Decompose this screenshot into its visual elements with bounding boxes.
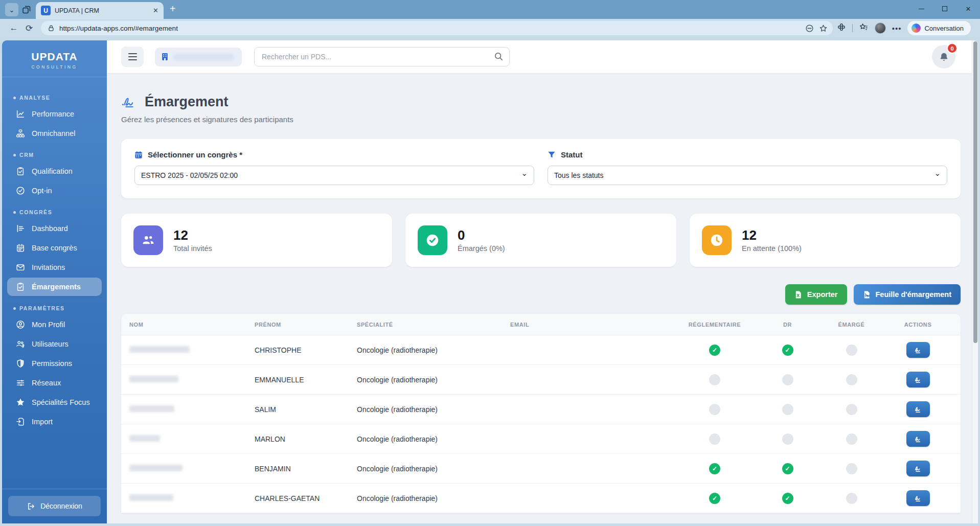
back-icon[interactable]: ← xyxy=(6,23,21,33)
calendar-icon xyxy=(16,243,25,253)
sidebar-item-qualification[interactable]: Qualification xyxy=(7,162,102,180)
sidebar-item-omnichannel[interactable]: CRMOmnichannel xyxy=(7,124,102,143)
prenom-cell: MARLON xyxy=(255,435,357,443)
close-button[interactable]: ✕ xyxy=(956,0,980,17)
sign-action-button[interactable] xyxy=(906,461,930,476)
collections-icon[interactable] xyxy=(859,22,869,34)
sign-action-button[interactable] xyxy=(906,490,930,506)
tab-search-button[interactable]: ⌄ xyxy=(5,3,18,16)
file-excel-icon xyxy=(794,290,802,299)
attendance-sheet-button[interactable]: PDF Feuille d'émargement xyxy=(854,284,961,305)
reglementaire-status-dot xyxy=(709,374,720,385)
maximize-button[interactable] xyxy=(933,0,956,17)
envelope-icon xyxy=(16,263,25,272)
reglementaire-status-dot xyxy=(709,404,720,415)
client-name-blurred xyxy=(173,54,234,60)
profile-avatar[interactable] xyxy=(875,22,886,34)
stat-emarges: 0Émargés (0%) xyxy=(405,214,676,267)
table-row: SALIM Oncologie (radiotherapie) xyxy=(121,395,961,424)
browser-essentials-icon[interactable] xyxy=(837,22,846,34)
new-tab-button[interactable]: + xyxy=(170,3,176,15)
browser-tab[interactable]: U UPDATA | CRM ✕ xyxy=(36,2,164,19)
signature-icon xyxy=(914,375,923,384)
sign-action-button[interactable] xyxy=(906,372,930,387)
search-input[interactable] xyxy=(254,47,510,66)
sidebar-item-utilisateurs[interactable]: Utilisateurs xyxy=(7,335,102,353)
sidebar-item-invitations[interactable]: Invitations xyxy=(7,258,102,277)
menu-toggle-button[interactable] xyxy=(121,47,144,67)
emarge-status-dot xyxy=(846,374,857,385)
sidebar-item-base-congres[interactable]: Base congrès xyxy=(7,239,102,257)
sidebar-item-emargements[interactable]: Émargements xyxy=(7,278,102,296)
clock-icon xyxy=(702,225,732,255)
favorite-star-icon[interactable] xyxy=(819,24,828,33)
specialite-cell: Oncologie (radiotherapie) xyxy=(357,494,510,502)
calendar-blue-icon xyxy=(134,151,143,159)
table-header: NOM PRÉNOM SPÉCIALITÉ EMAIL RÉGLEMENTAIR… xyxy=(121,314,961,335)
sidebar-item-reseaux[interactable]: Réseaux xyxy=(7,374,102,392)
notifications-button[interactable]: 0 xyxy=(932,45,955,68)
sign-action-button[interactable] xyxy=(906,401,930,417)
status-select[interactable]: Tous les statuts xyxy=(548,166,947,185)
prenom-cell: SALIM xyxy=(255,405,357,414)
participants-table: NOM PRÉNOM SPÉCIALITÉ EMAIL RÉGLEMENTAIR… xyxy=(121,314,961,513)
name-blurred xyxy=(129,346,190,353)
sidebar-item-import[interactable]: Import xyxy=(7,413,102,431)
feedback-icon[interactable] xyxy=(805,24,814,33)
sidebar-item-dashboard[interactable]: Dashboard xyxy=(7,219,102,238)
workspaces-icon[interactable] xyxy=(21,5,32,15)
prenom-cell: CHARLES-GAETAN xyxy=(255,494,357,502)
signature-icon xyxy=(121,94,138,110)
bell-icon xyxy=(939,52,949,62)
sidebar-item-specialites-focus[interactable]: Spécialités Focus xyxy=(7,393,102,411)
search-icon[interactable] xyxy=(494,52,504,63)
notification-badge: 0 xyxy=(947,43,958,54)
app-frame: UPDATA CONSULTING ANALYSE Performance CR… xyxy=(2,40,978,523)
name-blurred xyxy=(129,465,183,471)
minimize-button[interactable] xyxy=(909,0,933,17)
logout-button[interactable]: Déconnexion xyxy=(8,496,101,516)
signature-icon xyxy=(914,434,923,444)
sign-action-button[interactable] xyxy=(906,342,930,358)
signature-icon xyxy=(914,405,923,414)
refresh-icon[interactable]: ⟳ xyxy=(21,23,37,34)
star-icon xyxy=(16,398,25,407)
signature-icon xyxy=(914,464,923,473)
dr-status-dot xyxy=(782,345,793,356)
dr-status-dot xyxy=(782,433,793,445)
scrollbar-thumb[interactable] xyxy=(973,41,977,343)
tab-close-icon[interactable]: ✕ xyxy=(153,7,158,14)
sidebar-item-opt-in[interactable]: Opt-in xyxy=(7,181,102,200)
main-area: 0 Émargement Gérez les présences et sign… xyxy=(107,40,978,523)
file-import-icon xyxy=(16,417,25,426)
emarge-status-dot xyxy=(846,345,857,356)
stat-total-invites: 12Total invités xyxy=(121,214,392,267)
section-analyse: ANALYSE xyxy=(2,90,107,104)
client-selector-button[interactable] xyxy=(155,48,242,66)
table-row: EMMANUELLE Oncologie (radiotherapie) xyxy=(121,365,961,395)
signature-icon xyxy=(914,494,923,503)
specialite-cell: Oncologie (radiotherapie) xyxy=(357,405,510,414)
shield-icon xyxy=(16,359,25,368)
page-scrollbar[interactable] xyxy=(972,40,978,523)
specialite-cell: Oncologie (radiotherapie) xyxy=(357,435,510,443)
emarge-status-dot xyxy=(846,433,857,445)
signature-icon xyxy=(914,346,923,355)
lock-icon xyxy=(47,24,55,32)
user-circle-icon xyxy=(16,320,25,329)
page-subtitle: Gérez les présences et signatures des pa… xyxy=(121,115,961,124)
specialite-cell: Oncologie (radiotherapie) xyxy=(357,376,510,384)
sidebar-item-permissions[interactable]: Permissions xyxy=(7,354,102,373)
section-parametres: PARAMÈTRES xyxy=(2,301,107,314)
copilot-button[interactable]: Conversation xyxy=(907,21,971,35)
export-button[interactable]: Exporter xyxy=(785,284,847,305)
reglementaire-status-dot xyxy=(709,345,720,356)
sign-action-button[interactable] xyxy=(906,431,930,447)
congress-select[interactable]: ESTRO 2025 - 02/05/25 02:00 xyxy=(134,166,534,185)
name-blurred xyxy=(129,405,174,412)
sidebar-item-performance[interactable]: Performance xyxy=(7,105,102,123)
browser-toolbar: ← ⟳ https://updata-apps.com/#emargement … xyxy=(0,19,980,37)
sidebar-item-mon-profil[interactable]: Mon Profil xyxy=(7,315,102,334)
address-bar[interactable]: https://updata-apps.com/#emargement xyxy=(41,21,833,35)
browser-menu-icon[interactable]: ••• xyxy=(892,24,902,33)
